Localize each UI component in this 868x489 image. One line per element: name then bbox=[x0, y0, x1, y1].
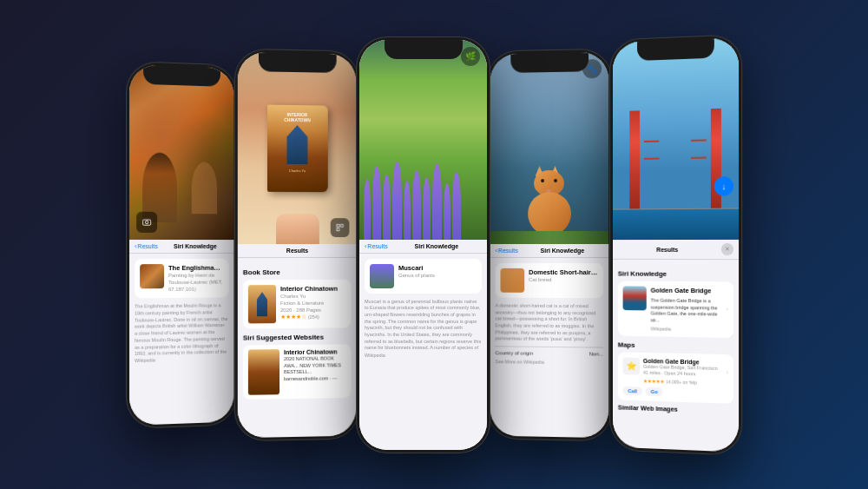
phone-4-navbar: ‹ Results Siri Knowledge bbox=[490, 243, 609, 257]
chevron-maps: › bbox=[727, 369, 728, 375]
divider-4 bbox=[496, 346, 604, 347]
call-button[interactable]: Call bbox=[623, 387, 642, 396]
phone-2-suggested-header: Siri Suggested Websites bbox=[243, 333, 352, 341]
country-label: Country of origin bbox=[496, 349, 534, 354]
phone-1-hero bbox=[129, 64, 233, 240]
book-building bbox=[280, 124, 315, 163]
maps-pin: ⭐ bbox=[623, 357, 640, 374]
book-cover: INTERIORCHINATOWN Charles Yu bbox=[266, 104, 327, 192]
phone-4-screen: 🐾 ‹ Results Siri Knowledge bbox=[490, 51, 609, 437]
flower-cluster bbox=[359, 40, 487, 240]
svg-rect-3 bbox=[340, 224, 343, 227]
spike-10 bbox=[452, 172, 461, 240]
phone-1-back-label[interactable]: Results bbox=[137, 242, 157, 248]
phone-5: ↓ Results ✕ Siri Knowledge G bbox=[609, 34, 742, 456]
phone-4-title: Domestic Short-haired cat bbox=[529, 268, 598, 275]
phone-2-title: Interior Chinatown bbox=[280, 284, 346, 292]
phone-2-info: Interior Chinatown Charles Yu Fiction & … bbox=[280, 284, 346, 320]
spike-3 bbox=[383, 175, 391, 240]
phone-5-info: Golden Gate Bridge The Golden Gate Bridg… bbox=[651, 286, 722, 332]
download-button[interactable]: ↓ bbox=[714, 176, 733, 195]
close-button[interactable]: ✕ bbox=[721, 242, 733, 254]
svg-rect-2 bbox=[337, 224, 339, 227]
spike-6 bbox=[412, 170, 421, 240]
bridge-water bbox=[613, 208, 739, 240]
phone-4-thumb bbox=[500, 268, 524, 292]
phone-2-section: Book Store bbox=[243, 268, 352, 275]
phone-4-back[interactable]: ‹ Results bbox=[496, 247, 518, 253]
notch-5 bbox=[637, 38, 714, 60]
phone-3: 🌿 ‹ Results Siri Knowledge bbox=[356, 36, 490, 453]
spike-2 bbox=[372, 166, 381, 240]
maps-review: 14,000+ on Yelp bbox=[666, 379, 697, 385]
painting-bg-figure bbox=[192, 162, 217, 214]
phone-4-back-label[interactable]: Results bbox=[498, 247, 518, 253]
back-arrow-3: ‹ bbox=[365, 243, 366, 249]
camera-icon[interactable] bbox=[136, 211, 157, 232]
bridge-tower-right bbox=[711, 108, 721, 213]
download-icon: ↓ bbox=[721, 181, 726, 190]
maps-subtitle: Golden Gate Bridge, San Francisco 41 mil… bbox=[643, 363, 723, 379]
phone-3-body: Muscari is a genus of perennial bulbous … bbox=[365, 299, 482, 351]
phone-2-genre: Fiction & Literature bbox=[280, 300, 324, 305]
maps-actions: Call Go bbox=[623, 387, 728, 399]
back-arrow-4: ‹ bbox=[496, 247, 497, 253]
maps-info: Golden Gate Bridge Golden Gate Bridge, S… bbox=[643, 357, 723, 386]
phone-2-subtitle: Charles Yu Fiction & Literature 2020 · 2… bbox=[280, 293, 346, 314]
phone-5-wiki: Wikipedia bbox=[651, 326, 722, 332]
phone-5-screen: ↓ Results ✕ Siri Knowledge G bbox=[613, 37, 739, 452]
similar-web-label: Similar Web Images bbox=[618, 403, 733, 414]
chevron-icon-5: › bbox=[727, 306, 728, 312]
phone-3-thumb bbox=[370, 264, 394, 288]
notch-4 bbox=[510, 52, 589, 73]
phone-2-hero: INTERIORCHINATOWN Charles Yu bbox=[238, 51, 357, 243]
spike-1 bbox=[364, 179, 371, 240]
phone-5-bridge-card[interactable]: Golden Gate Bridge The Golden Gate Bridg… bbox=[618, 281, 733, 337]
phone-5-body: The Golden Gate Bridge is a suspension b… bbox=[651, 297, 722, 325]
phone-3-navbar: ‹ Results Siri Knowledge bbox=[359, 240, 487, 254]
phone-3-subtitle: Genus of plants bbox=[398, 273, 477, 280]
phone-4-body: A domestic short-haired cat is a cat of … bbox=[496, 302, 604, 343]
phone-4-subtitle: Cat breed bbox=[529, 276, 598, 283]
phone-2-author: Charles Yu bbox=[280, 293, 306, 298]
phone-4-hero: 🐾 bbox=[490, 51, 609, 243]
phone-2-screen: INTERIORCHINATOWN Charles Yu Results bbox=[238, 51, 357, 437]
phone-2-year: 2020 · 288 Pages bbox=[280, 307, 321, 312]
phone-2-suggested[interactable]: Interior Chinatown 2020 NATIONAL BOOK AW… bbox=[243, 344, 352, 400]
notch-1 bbox=[143, 64, 220, 86]
bridge-tower-left bbox=[629, 110, 640, 214]
phone-1-title: The Englishman at the Moulin Rouge bbox=[168, 263, 224, 271]
phone-4: 🐾 ‹ Results Siri Knowledge bbox=[487, 48, 613, 441]
phone-4-info: Domestic Short-haired cat Cat breed bbox=[529, 268, 598, 283]
phone-3-info: Muscari Genus of plants bbox=[398, 264, 477, 280]
phone-2: INTERIORCHINATOWN Charles Yu Results bbox=[234, 48, 360, 441]
phone-5-title: Golden Gate Bridge bbox=[651, 286, 722, 294]
stars-display: ★★★★☆ bbox=[280, 314, 306, 320]
spike-7 bbox=[423, 177, 431, 240]
phone-2-stars: ★★★★☆ (254) bbox=[280, 313, 346, 320]
phone-2-navbar: Results bbox=[238, 243, 357, 257]
tower-cross-3 bbox=[691, 139, 707, 141]
phone-4-nav-title: Siri Knowledge bbox=[522, 247, 603, 253]
go-button[interactable]: Go bbox=[646, 387, 663, 396]
tower-cross-2 bbox=[644, 157, 660, 159]
book-author: Charles Yu bbox=[289, 168, 306, 172]
phone-1-card: The Englishman at the Moulin Rouge Paint… bbox=[135, 258, 229, 298]
phone-5-maps-section: Maps bbox=[618, 340, 733, 351]
phone-1-info: The Englishman at the Moulin Rouge Paint… bbox=[168, 263, 224, 293]
phone-5-hero: ↓ bbox=[613, 37, 739, 240]
phone-5-thumb bbox=[623, 286, 647, 310]
phone-2-sug-title: Interior Chinatown bbox=[284, 348, 346, 355]
phone-2-suggested-info: Interior Chinatown 2020 NATIONAL BOOK AW… bbox=[284, 348, 346, 383]
phone-1-subtitle: Painting by Henri de Toulouse-Lautrec (M… bbox=[168, 272, 224, 293]
phone-1-back[interactable]: ‹ Results bbox=[135, 242, 158, 248]
leaf-icon[interactable]: 🌿 bbox=[461, 47, 480, 66]
country-row: Country of origin Nort... bbox=[496, 349, 604, 355]
scan-icon[interactable] bbox=[331, 218, 350, 237]
phone-3-back[interactable]: ‹ Results bbox=[365, 243, 388, 249]
phone-4-source-label: See More on Wikipedia bbox=[496, 358, 604, 364]
spike-4 bbox=[392, 162, 402, 240]
phone-1-navbar: ‹ Results Siri Knowledge bbox=[129, 239, 233, 253]
phone-3-back-label[interactable]: Results bbox=[367, 243, 387, 249]
phone-2-card[interactable]: Interior Chinatown Charles Yu Fiction & … bbox=[243, 279, 352, 328]
